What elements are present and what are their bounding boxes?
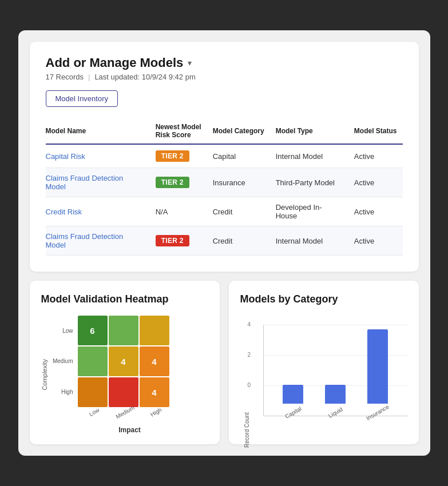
title-row: Add or Manage Models ▾ [46, 55, 403, 70]
bar-label: Capital [284, 405, 302, 420]
heatmap-grid: 6444 [78, 316, 169, 407]
records-count: 17 Records [46, 73, 84, 81]
heatmap-card: Model Validation Heatmap Complexity Low … [30, 281, 220, 444]
bar-chart-container: Record Count 024 CapitalLiquidInsurance [240, 316, 407, 430]
bar-group: Capital [272, 325, 315, 416]
model-type: Third-Party Model [270, 168, 348, 197]
heatmap-x-axis-label: Impact [51, 426, 208, 434]
bar-chart-y-label: Record Count [240, 373, 253, 456]
table-row: Claims Fraud Detection ModelTIER 2Credit… [46, 226, 403, 256]
model-type: Internal Model [270, 144, 348, 168]
model-status: Active [348, 144, 403, 168]
chart-area: 024 CapitalLiquidInsurance [263, 325, 407, 416]
page-title: Add or Manage Models [46, 55, 184, 70]
tier-badge: TIER 2 [156, 177, 189, 188]
bar-chart-card: Models by Category Record Count 024 Capi… [229, 281, 419, 444]
heatmap-cell [109, 316, 138, 345]
model-name-link[interactable]: Claims Fraud Detection Model [46, 174, 124, 191]
table-row: Claims Fraud Detection ModelTIER 2Insura… [46, 168, 403, 197]
model-name-link[interactable]: Credit Risk [46, 208, 82, 216]
col-header-name: Model Name [46, 118, 150, 144]
heatmap-y-axis-label: Complexity [41, 359, 48, 390]
col-header-type: Model Type [270, 118, 348, 144]
model-category: Credit [207, 226, 270, 256]
heatmap-cell [78, 377, 108, 407]
model-category: Capital [207, 144, 270, 168]
row-label-low: Low [51, 316, 73, 346]
heatmap-grid-area: Low Medium High 6444 [51, 316, 208, 407]
bars-group: CapitalLiquidInsurance [264, 325, 407, 416]
model-status: Active [348, 168, 403, 197]
model-name-link[interactable]: Claims Fraud Detection Model [46, 232, 124, 249]
bar-group: Liquid [314, 325, 356, 416]
bar [325, 385, 346, 404]
model-inventory-tab[interactable]: Model Inventory [46, 90, 118, 107]
model-category: Insurance [207, 168, 270, 197]
tier-badge: TIER 2 [156, 150, 189, 162]
separator: | [88, 73, 90, 81]
meta-row: 17 Records | Last updated: 10/9/24 9:42 … [46, 73, 403, 81]
bar [367, 329, 388, 404]
y-tick-label: 2 [248, 352, 251, 358]
tier-badge: TIER 2 [156, 235, 189, 246]
heatmap-cell: 4 [109, 346, 138, 376]
dropdown-icon[interactable]: ▾ [188, 58, 192, 67]
model-status: Active [348, 226, 403, 256]
heatmap-cell [78, 346, 108, 376]
heatmap-cell [109, 377, 138, 407]
model-status: Active [348, 197, 403, 226]
heatmap-cell [140, 316, 169, 345]
x-axis-labels: Low Medium High [51, 409, 208, 416]
y-tick-label: 4 [248, 321, 251, 328]
risk-score-na: N/A [150, 197, 207, 226]
last-updated: Last updated: 10/9/24 9:42 pm [94, 73, 195, 81]
bar-label: Insurance [365, 404, 390, 421]
model-type: Developed In-House [270, 197, 348, 226]
col-header-category: Model Category [207, 118, 270, 144]
table-header-row: Model Name Newest ModelRisk Score Model … [46, 118, 403, 144]
col-header-status: Model Status [348, 118, 403, 144]
heatmap-cell: 4 [140, 346, 169, 376]
heatmap-title: Model Validation Heatmap [41, 293, 208, 305]
bar-chart-title: Models by Category [240, 293, 407, 305]
col-header-risk: Newest ModelRisk Score [150, 118, 207, 144]
top-card: Add or Manage Models ▾ 17 Records | Last… [30, 42, 419, 272]
model-type: Internal Model [270, 226, 348, 256]
bar-label: Liquid [327, 406, 344, 419]
heatmap-container: Complexity Low Medium High 6444 Low Medi… [41, 316, 208, 434]
table-row: Capital RiskTIER 2CapitalInternal ModelA… [46, 144, 403, 168]
table-row: Credit RiskN/ACreditDeveloped In-HouseAc… [46, 197, 403, 226]
bar [283, 385, 303, 404]
row-labels: Low Medium High [51, 316, 76, 407]
model-name-link[interactable]: Capital Risk [46, 152, 85, 161]
heatmap-cell: 4 [140, 377, 169, 407]
bar-chart-inner: Record Count 024 CapitalLiquidInsurance [240, 316, 407, 430]
model-category: Credit [207, 197, 270, 226]
bottom-row: Model Validation Heatmap Complexity Low … [30, 281, 419, 444]
row-label-medium: Medium [51, 346, 73, 376]
heatmap-cell: 6 [78, 316, 108, 345]
models-table: Model Name Newest ModelRisk Score Model … [46, 118, 403, 256]
main-container: Add or Manage Models ▾ 17 Records | Last… [18, 30, 430, 456]
bar-group: Insurance [356, 325, 399, 416]
row-label-high: High [51, 377, 73, 407]
